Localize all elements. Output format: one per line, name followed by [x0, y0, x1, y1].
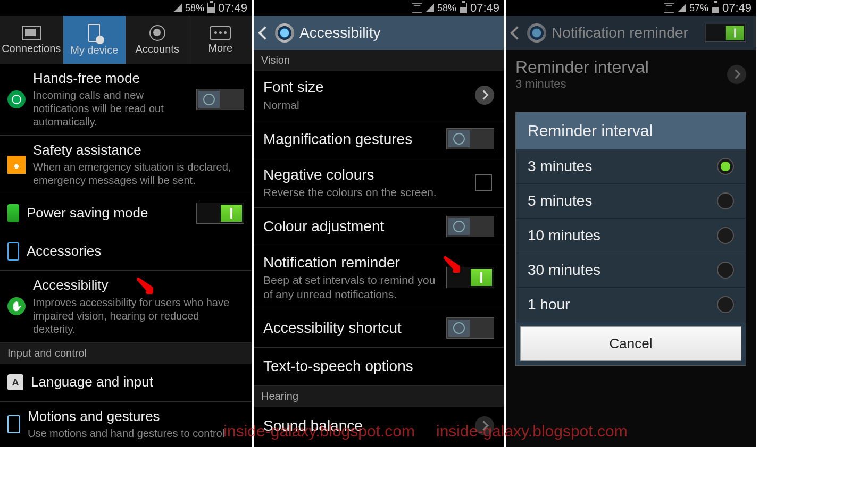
steering-wheel-icon	[7, 90, 26, 108]
clock: 07:49	[218, 1, 247, 15]
radio[interactable]	[717, 227, 734, 244]
screen-settings-mydevice: 58% 07:49 Connections My device Accounts…	[0, 0, 252, 447]
item-sub: Incoming calls and new notifications wil…	[33, 89, 189, 129]
item-notification-reminder[interactable]: Notification reminderBeep at set interva…	[254, 246, 504, 309]
device-icon	[88, 24, 100, 42]
item-negative-colours[interactable]: Negative coloursReverse the colours on t…	[254, 158, 504, 208]
item-power-saving[interactable]: Power saving mode	[0, 194, 252, 232]
chevron-right-icon	[475, 86, 494, 105]
tab-accounts[interactable]: Accounts	[126, 16, 189, 64]
option-1-hour[interactable]: 1 hour	[516, 288, 746, 322]
screenshot-icon	[412, 3, 422, 13]
radio-selected[interactable]	[717, 158, 734, 175]
back-icon[interactable]	[258, 26, 271, 39]
dialog-title: Reminder interval	[516, 112, 746, 149]
item-language-input[interactable]: A Language and input	[0, 364, 252, 402]
tab-my-device[interactable]: My device	[63, 16, 127, 64]
more-icon	[210, 26, 231, 40]
notification-reminder-toggle[interactable]	[705, 24, 746, 42]
screen-notification-reminder: 57% 07:49 Notification reminder Reminder…	[506, 0, 756, 447]
signal-icon	[426, 4, 434, 12]
settings-tabs: Connections My device Accounts More	[0, 16, 252, 64]
section-hearing: Hearing	[254, 386, 504, 407]
battery-green-icon	[7, 204, 19, 222]
language-icon: A	[7, 374, 23, 390]
item-hands-free[interactable]: Hands-free mode Incoming calls and new n…	[0, 64, 252, 136]
battery-pct: 58%	[185, 3, 204, 14]
status-bar: 57% 07:49	[506, 0, 756, 16]
item-magnification[interactable]: Magnification gestures	[254, 120, 504, 158]
item-accessibility-shortcut[interactable]: Accessibility shortcut	[254, 309, 504, 348]
hand-icon	[7, 297, 26, 315]
item-tts[interactable]: Text-to-speech options	[254, 348, 504, 386]
option-10-minutes[interactable]: 10 minutes	[516, 219, 746, 253]
connections-icon	[22, 26, 41, 40]
screen-accessibility: 58% 07:49 Accessibility Vision Font size…	[254, 0, 504, 447]
item-reminder-interval[interactable]: Reminder interval 3 minutes	[506, 50, 756, 98]
accounts-icon	[149, 25, 165, 41]
status-bar: 58% 07:49	[0, 0, 252, 16]
cancel-button[interactable]: Cancel	[520, 326, 741, 361]
option-3-minutes[interactable]: 3 minutes	[516, 149, 746, 184]
settings-gear-icon	[275, 23, 294, 43]
item-safety[interactable]: Safety assistance When an emergency situ…	[0, 136, 252, 194]
item-accessibility[interactable]: Accessibility Improves accessibility for…	[0, 271, 252, 342]
status-bar: 58% 07:49	[254, 0, 504, 16]
accessibility-header: Accessibility	[254, 16, 504, 50]
annotation-arrow	[443, 255, 464, 276]
radio[interactable]	[717, 262, 734, 279]
hands-free-toggle[interactable]	[196, 89, 244, 110]
accessibility-shortcut-toggle[interactable]	[446, 317, 494, 339]
radio[interactable]	[717, 192, 734, 209]
item-accessories[interactable]: Accessories	[0, 232, 252, 271]
settings-gear-icon	[527, 23, 546, 43]
item-colour-adjustment[interactable]: Colour adjustment	[254, 208, 504, 246]
radio[interactable]	[717, 296, 734, 313]
header-title: Notification reminder	[552, 24, 696, 41]
negative-colours-checkbox[interactable]	[475, 174, 492, 191]
item-font-size[interactable]: Font sizeNormal	[254, 71, 504, 120]
notification-reminder-header: Notification reminder	[506, 16, 756, 50]
power-saving-toggle[interactable]	[196, 203, 244, 224]
section-input-control: Input and control	[0, 343, 252, 364]
battery-icon	[207, 3, 215, 13]
reminder-interval-dialog: Reminder interval 3 minutes 5 minutes 10…	[515, 112, 746, 366]
signal-icon	[173, 4, 182, 12]
option-5-minutes[interactable]: 5 minutes	[516, 184, 746, 219]
phone-icon	[7, 242, 19, 261]
item-motions-gestures[interactable]: Motions and gestures Use motions and han…	[0, 402, 252, 447]
motion-icon	[7, 415, 20, 433]
magnification-toggle[interactable]	[446, 128, 494, 149]
battery-icon	[460, 3, 467, 13]
screenshot-icon	[664, 3, 674, 13]
chevron-right-icon	[475, 416, 494, 435]
tab-connections[interactable]: Connections	[0, 16, 63, 64]
tab-more[interactable]: More	[189, 16, 252, 64]
back-icon[interactable]	[510, 26, 523, 39]
alert-icon	[7, 156, 26, 174]
signal-icon	[678, 4, 686, 12]
chevron-right-icon	[727, 65, 746, 84]
colour-adjustment-toggle[interactable]	[446, 216, 494, 237]
battery-icon	[712, 3, 719, 13]
header-title: Accessibility	[299, 24, 497, 41]
item-title: Hands-free mode	[33, 70, 189, 87]
annotation-arrow	[136, 276, 157, 298]
section-vision: Vision	[254, 50, 504, 71]
option-30-minutes[interactable]: 30 minutes	[516, 253, 746, 288]
item-sound-balance[interactable]: Sound balance	[254, 407, 504, 445]
